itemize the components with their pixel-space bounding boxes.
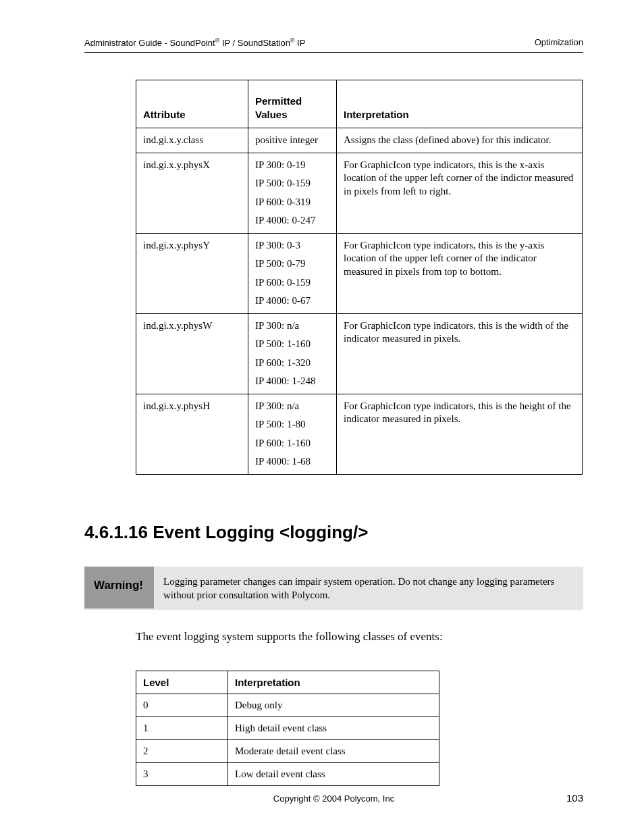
perm-line: IP 500: 1-80 bbox=[255, 418, 329, 432]
th-level: Level bbox=[136, 671, 228, 694]
section-heading: 4.6.1.16 Event Logging <logging/> bbox=[84, 522, 583, 543]
table-row: 0 Debug only bbox=[136, 694, 439, 717]
th-interpretation: Interpretation bbox=[228, 671, 439, 694]
body-text: The event logging system supports the fo… bbox=[136, 630, 583, 644]
cell-attr: ind.gi.x.y.physW bbox=[136, 313, 248, 394]
warning-box: Warning! Logging parameter changes can i… bbox=[84, 567, 583, 610]
cell-interp: For GraphicIcon type indicators, this is… bbox=[337, 153, 583, 233]
table-header-row: Attribute Permitted Values Interpretatio… bbox=[136, 80, 583, 128]
cell-attr: ind.gi.x.y.physX bbox=[136, 153, 248, 233]
header-left-suffix: IP bbox=[295, 38, 306, 48]
table-header-row: Level Interpretation bbox=[136, 671, 439, 694]
cell-attr: ind.gi.x.y.class bbox=[136, 128, 248, 153]
table-row: 2 Moderate detail event class bbox=[136, 740, 439, 763]
perm-line: IP 500: 0-79 bbox=[255, 257, 329, 271]
perm-line: IP 300: 0-19 bbox=[255, 159, 329, 172]
footer-page-number: 103 bbox=[448, 792, 583, 804]
cell-perm: IP 300: n/a IP 500: 1-80 IP 600: 1-160 I… bbox=[248, 394, 337, 474]
perm-line: IP 4000: 0-247 bbox=[255, 214, 329, 228]
perm-line: IP 4000: 1-68 bbox=[255, 455, 329, 469]
perm-line: IP 300: n/a bbox=[255, 319, 329, 333]
table-row: ind.gi.x.y.physW IP 300: n/a IP 500: 1-1… bbox=[136, 313, 583, 394]
cell-level: 1 bbox=[136, 717, 228, 740]
table-row: ind.gi.x.y.class positive integer Assign… bbox=[136, 128, 583, 153]
cell-perm: IP 300: 0-3 IP 500: 0-79 IP 600: 0-159 I… bbox=[248, 233, 337, 313]
attribute-table: Attribute Permitted Values Interpretatio… bbox=[136, 80, 583, 475]
table-row: 3 Low detail event class bbox=[136, 763, 439, 786]
perm-line: IP 600: 0-319 bbox=[255, 196, 329, 209]
table-row: ind.gi.x.y.physX IP 300: 0-19 IP 500: 0-… bbox=[136, 153, 583, 233]
cell-interp: Assigns the class (defined above) for th… bbox=[337, 128, 583, 153]
header-left-mid: IP / SoundStation bbox=[219, 38, 290, 48]
perm-line: IP 500: 1-160 bbox=[255, 338, 329, 351]
th-interpretation: Interpretation bbox=[337, 80, 583, 128]
warning-text: Logging parameter changes can impair sys… bbox=[154, 567, 583, 610]
cell-interp: Debug only bbox=[228, 694, 439, 717]
cell-interp: For GraphicIcon type indicators, this is… bbox=[337, 233, 583, 313]
cell-attr: ind.gi.x.y.physH bbox=[136, 394, 248, 474]
perm-line: IP 600: 1-320 bbox=[255, 357, 329, 370]
warning-label: Warning! bbox=[84, 567, 154, 608]
cell-interp: For GraphicIcon type indicators, this is… bbox=[337, 394, 583, 474]
cell-interp: Low detail event class bbox=[228, 763, 439, 786]
header-right: Optimization bbox=[535, 37, 583, 48]
table-row: ind.gi.x.y.physY IP 300: 0-3 IP 500: 0-7… bbox=[136, 233, 583, 313]
perm-line: IP 600: 0-159 bbox=[255, 276, 329, 290]
header-rule bbox=[84, 52, 583, 53]
cell-perm: positive integer bbox=[248, 128, 337, 153]
perm-line: IP 500: 0-159 bbox=[255, 177, 329, 190]
table-row: 1 High detail event class bbox=[136, 717, 439, 740]
page-header: Administrator Guide - SoundPoint® IP / S… bbox=[84, 37, 583, 48]
th-attribute: Attribute bbox=[136, 80, 248, 128]
cell-perm: IP 300: n/a IP 500: 1-160 IP 600: 1-320 … bbox=[248, 313, 337, 394]
cell-perm: IP 300: 0-19 IP 500: 0-159 IP 600: 0-319… bbox=[248, 153, 337, 233]
perm-line: IP 300: 0-3 bbox=[255, 239, 329, 253]
page-footer: Copyright © 2004 Polycom, Inc 103 bbox=[84, 792, 583, 804]
header-left-prefix: Administrator Guide - SoundPoint bbox=[84, 38, 215, 48]
level-table: Level Interpretation 0 Debug only 1 High… bbox=[136, 671, 439, 786]
perm-line: IP 4000: 1-248 bbox=[255, 375, 329, 388]
cell-level: 3 bbox=[136, 763, 228, 786]
perm-line: IP 4000: 0-67 bbox=[255, 294, 329, 308]
perm-line: IP 600: 1-160 bbox=[255, 437, 329, 450]
th-permitted: Permitted Values bbox=[248, 80, 337, 128]
cell-interp: High detail event class bbox=[228, 717, 439, 740]
cell-level: 0 bbox=[136, 694, 228, 717]
cell-interp: Moderate detail event class bbox=[228, 740, 439, 763]
registered-icon: ® bbox=[290, 37, 295, 44]
cell-attr: ind.gi.x.y.physY bbox=[136, 233, 248, 313]
footer-copyright: Copyright © 2004 Polycom, Inc bbox=[219, 793, 448, 804]
cell-level: 2 bbox=[136, 740, 228, 763]
cell-interp: For GraphicIcon type indicators, this is… bbox=[337, 313, 583, 394]
header-left: Administrator Guide - SoundPoint® IP / S… bbox=[84, 37, 305, 48]
table-row: ind.gi.x.y.physH IP 300: n/a IP 500: 1-8… bbox=[136, 394, 583, 474]
perm-line: IP 300: n/a bbox=[255, 400, 329, 413]
